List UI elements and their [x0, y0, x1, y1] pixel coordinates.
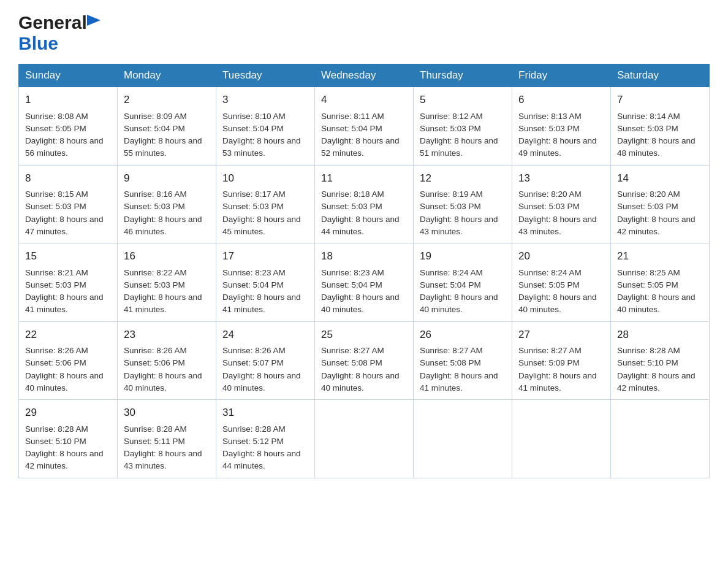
day-number: 12 [420, 170, 506, 186]
header-monday: Monday [118, 64, 216, 87]
table-row: 25 Sunrise: 8:27 AMSunset: 5:08 PMDaylig… [315, 321, 414, 400]
day-number: 24 [222, 327, 308, 343]
table-row: 27 Sunrise: 8:27 AMSunset: 5:09 PMDaylig… [512, 321, 611, 400]
day-number: 23 [124, 327, 210, 343]
day-number: 30 [124, 405, 210, 421]
day-number: 4 [321, 92, 407, 108]
header-thursday: Thursday [414, 64, 512, 87]
table-row: 30 Sunrise: 8:28 AMSunset: 5:11 PMDaylig… [118, 400, 216, 478]
calendar-week-row: 8 Sunrise: 8:15 AMSunset: 5:03 PMDayligh… [19, 165, 710, 243]
header-friday: Friday [512, 64, 611, 87]
day-info: Sunrise: 8:14 AMSunset: 5:03 PMDaylight:… [617, 112, 696, 158]
svg-marker-0 [87, 15, 100, 26]
day-number: 8 [25, 170, 111, 186]
day-info: Sunrise: 8:28 AMSunset: 5:11 PMDaylight:… [124, 424, 202, 471]
day-number: 21 [617, 248, 703, 264]
day-number: 16 [124, 248, 210, 264]
calendar-week-row: 22 Sunrise: 8:26 AMSunset: 5:06 PMDaylig… [19, 321, 710, 400]
header-wednesday: Wednesday [315, 64, 414, 87]
table-row: 16 Sunrise: 8:22 AMSunset: 5:03 PMDaylig… [118, 243, 216, 322]
table-row [512, 400, 611, 478]
logo-blue: Blue [18, 33, 58, 54]
table-row: 5 Sunrise: 8:12 AMSunset: 5:03 PMDayligh… [414, 87, 512, 166]
table-row: 9 Sunrise: 8:16 AMSunset: 5:03 PMDayligh… [118, 165, 216, 243]
day-number: 7 [617, 92, 703, 108]
table-row [315, 400, 414, 478]
day-number: 1 [25, 92, 111, 108]
day-info: Sunrise: 8:25 AMSunset: 5:05 PMDaylight:… [617, 268, 696, 315]
day-info: Sunrise: 8:27 AMSunset: 5:08 PMDaylight:… [321, 346, 400, 393]
table-row: 13 Sunrise: 8:20 AMSunset: 5:03 PMDaylig… [512, 165, 611, 243]
day-number: 25 [321, 327, 407, 343]
day-number: 20 [518, 248, 604, 264]
day-info: Sunrise: 8:20 AMSunset: 5:03 PMDaylight:… [518, 190, 597, 236]
day-number: 13 [518, 170, 604, 186]
day-number: 26 [420, 327, 506, 343]
day-info: Sunrise: 8:24 AMSunset: 5:05 PMDaylight:… [518, 268, 597, 315]
table-row: 19 Sunrise: 8:24 AMSunset: 5:04 PMDaylig… [414, 243, 512, 322]
day-info: Sunrise: 8:13 AMSunset: 5:03 PMDaylight:… [518, 112, 597, 158]
day-number: 29 [25, 405, 111, 421]
table-row: 4 Sunrise: 8:11 AMSunset: 5:04 PMDayligh… [315, 87, 414, 166]
calendar-week-row: 1 Sunrise: 8:08 AMSunset: 5:05 PMDayligh… [19, 87, 710, 166]
table-row: 31 Sunrise: 8:28 AMSunset: 5:12 PMDaylig… [216, 400, 315, 478]
header-saturday: Saturday [611, 64, 710, 87]
day-info: Sunrise: 8:24 AMSunset: 5:04 PMDaylight:… [420, 268, 498, 315]
day-info: Sunrise: 8:08 AMSunset: 5:05 PMDaylight:… [25, 112, 104, 158]
day-info: Sunrise: 8:21 AMSunset: 5:03 PMDaylight:… [25, 268, 104, 315]
table-row [414, 400, 512, 478]
table-row: 18 Sunrise: 8:23 AMSunset: 5:04 PMDaylig… [315, 243, 414, 322]
day-info: Sunrise: 8:17 AMSunset: 5:03 PMDaylight:… [222, 190, 301, 236]
table-row: 10 Sunrise: 8:17 AMSunset: 5:03 PMDaylig… [216, 165, 315, 243]
day-number: 6 [518, 92, 604, 108]
table-row: 17 Sunrise: 8:23 AMSunset: 5:04 PMDaylig… [216, 243, 315, 322]
calendar-week-row: 29 Sunrise: 8:28 AMSunset: 5:10 PMDaylig… [19, 400, 710, 478]
day-number: 10 [222, 170, 308, 186]
logo-arrow-icon [87, 15, 100, 28]
calendar-week-row: 15 Sunrise: 8:21 AMSunset: 5:03 PMDaylig… [19, 243, 710, 322]
day-info: Sunrise: 8:09 AMSunset: 5:04 PMDaylight:… [124, 112, 202, 158]
day-number: 27 [518, 327, 604, 343]
day-info: Sunrise: 8:26 AMSunset: 5:07 PMDaylight:… [222, 346, 301, 393]
day-info: Sunrise: 8:16 AMSunset: 5:03 PMDaylight:… [124, 190, 202, 236]
day-info: Sunrise: 8:26 AMSunset: 5:06 PMDaylight:… [25, 346, 104, 393]
day-info: Sunrise: 8:12 AMSunset: 5:03 PMDaylight:… [420, 112, 498, 158]
day-info: Sunrise: 8:22 AMSunset: 5:03 PMDaylight:… [124, 268, 202, 315]
day-info: Sunrise: 8:23 AMSunset: 5:04 PMDaylight:… [222, 268, 301, 315]
day-number: 31 [222, 405, 308, 421]
day-number: 28 [617, 327, 703, 343]
day-number: 3 [222, 92, 308, 108]
table-row: 21 Sunrise: 8:25 AMSunset: 5:05 PMDaylig… [611, 243, 710, 322]
day-info: Sunrise: 8:11 AMSunset: 5:04 PMDaylight:… [321, 112, 400, 158]
day-number: 2 [124, 92, 210, 108]
day-info: Sunrise: 8:26 AMSunset: 5:06 PMDaylight:… [124, 346, 202, 393]
table-row: 6 Sunrise: 8:13 AMSunset: 5:03 PMDayligh… [512, 87, 611, 166]
table-row: 26 Sunrise: 8:27 AMSunset: 5:08 PMDaylig… [414, 321, 512, 400]
day-number: 22 [25, 327, 111, 343]
day-info: Sunrise: 8:28 AMSunset: 5:12 PMDaylight:… [222, 424, 301, 471]
day-number: 18 [321, 248, 407, 264]
header-sunday: Sunday [19, 64, 118, 87]
calendar-table: Sunday Monday Tuesday Wednesday Thursday… [18, 64, 710, 478]
table-row: 29 Sunrise: 8:28 AMSunset: 5:10 PMDaylig… [19, 400, 118, 478]
day-info: Sunrise: 8:27 AMSunset: 5:09 PMDaylight:… [518, 346, 597, 393]
table-row: 28 Sunrise: 8:28 AMSunset: 5:10 PMDaylig… [611, 321, 710, 400]
table-row: 12 Sunrise: 8:19 AMSunset: 5:03 PMDaylig… [414, 165, 512, 243]
table-row: 7 Sunrise: 8:14 AMSunset: 5:03 PMDayligh… [611, 87, 710, 166]
table-row: 15 Sunrise: 8:21 AMSunset: 5:03 PMDaylig… [19, 243, 118, 322]
day-info: Sunrise: 8:28 AMSunset: 5:10 PMDaylight:… [617, 346, 696, 393]
day-info: Sunrise: 8:27 AMSunset: 5:08 PMDaylight:… [420, 346, 498, 393]
day-info: Sunrise: 8:23 AMSunset: 5:04 PMDaylight:… [321, 268, 400, 315]
day-info: Sunrise: 8:28 AMSunset: 5:10 PMDaylight:… [25, 424, 104, 471]
table-row: 1 Sunrise: 8:08 AMSunset: 5:05 PMDayligh… [19, 87, 118, 166]
day-number: 9 [124, 170, 210, 186]
table-row: 24 Sunrise: 8:26 AMSunset: 5:07 PMDaylig… [216, 321, 315, 400]
table-row: 8 Sunrise: 8:15 AMSunset: 5:03 PMDayligh… [19, 165, 118, 243]
table-row: 11 Sunrise: 8:18 AMSunset: 5:03 PMDaylig… [315, 165, 414, 243]
table-row: 14 Sunrise: 8:20 AMSunset: 5:03 PMDaylig… [611, 165, 710, 243]
day-number: 19 [420, 248, 506, 264]
table-row [611, 400, 710, 478]
table-row: 20 Sunrise: 8:24 AMSunset: 5:05 PMDaylig… [512, 243, 611, 322]
day-number: 15 [25, 248, 111, 264]
table-row: 22 Sunrise: 8:26 AMSunset: 5:06 PMDaylig… [19, 321, 118, 400]
